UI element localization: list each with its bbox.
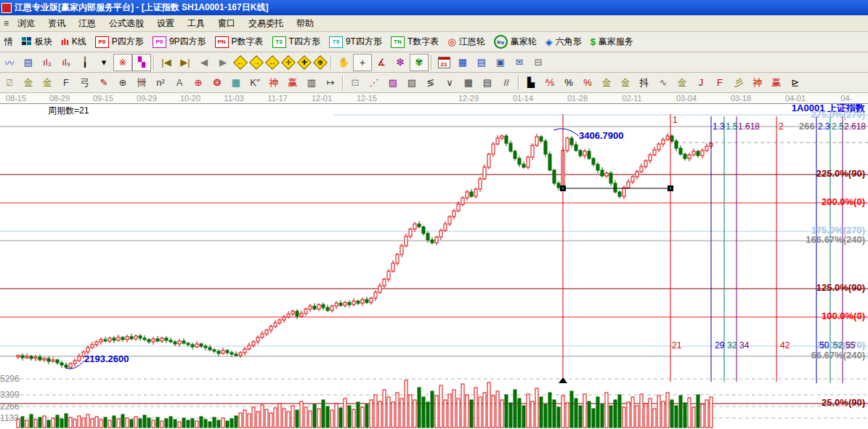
f-angle-icon[interactable]: F	[710, 74, 729, 92]
toolbar-item-kline[interactable]: ılıK线	[57, 33, 91, 50]
k-quote-icon[interactable]: K″	[246, 74, 264, 92]
print-icon[interactable]: ⊟	[529, 54, 548, 71]
gold-fan-icon[interactable]: 彡	[729, 74, 748, 92]
pen-icon[interactable]: ✎	[94, 74, 113, 92]
trend-lines-icon[interactable]: ≶	[421, 74, 440, 92]
dense-grid-icon[interactable]: ▦	[459, 74, 478, 92]
hand-drag-icon[interactable]: ✋	[334, 54, 353, 71]
compass-circle-icon[interactable]: ⊕	[113, 74, 132, 92]
toolbar-separator	[518, 76, 519, 90]
menu-item-partial[interactable]: ≡	[1, 17, 11, 30]
menu-item-9[interactable]: 帮助	[290, 16, 320, 31]
prev-icon[interactable]: ◀	[195, 54, 214, 71]
toolbar-item-gann-wheel[interactable]: ◎江恩轮	[443, 33, 489, 50]
percent-stat-icon[interactable]: ▙	[522, 74, 540, 92]
notes-icon[interactable]: ▤	[472, 54, 491, 71]
pattern-icon[interactable]: ※	[113, 54, 132, 71]
toolbar-item-p-number-table[interactable]: PNP数字表	[211, 33, 268, 50]
wave-line-icon[interactable]: ∿	[654, 74, 673, 92]
ruler-123-icon[interactable]: ▥	[302, 74, 321, 92]
ratio-label-2: 2	[779, 121, 784, 132]
market-wave-icon[interactable]: 〰	[0, 54, 19, 71]
red-target-icon[interactable]: ⊕	[189, 74, 208, 92]
gold-angle-icon[interactable]: 金	[673, 74, 691, 92]
angle-a-icon[interactable]: A	[170, 74, 189, 92]
toolbar-item-9t-square[interactable]: T99T四方形	[325, 33, 386, 50]
toolbar-item-winner-wheel[interactable]: Big赢家轮	[490, 33, 541, 51]
wave-check-icon[interactable]: ∨	[440, 74, 459, 92]
toolbar-item-t-number-table[interactable]: TNT数字表	[386, 33, 443, 50]
percent-line-icon[interactable]: %	[578, 74, 597, 92]
volume-profile-icon[interactable]: ▚	[132, 54, 151, 71]
candle-type-icon[interactable]: ╽	[76, 54, 94, 71]
export-icon[interactable]: ✉	[510, 54, 529, 71]
toolbar-item-sectors[interactable]: 板块	[17, 33, 57, 50]
slash-lines-icon[interactable]: //	[497, 74, 516, 92]
shen-angle-icon[interactable]: 神	[748, 74, 767, 92]
spiral-icon[interactable]: 弓	[76, 74, 94, 92]
fan-box-icon[interactable]: ▨	[384, 74, 402, 92]
teal-grid-icon[interactable]: ▦	[227, 74, 246, 92]
gold-square-icon[interactable]: 金	[19, 74, 38, 92]
f-tool-icon[interactable]: F	[57, 74, 76, 92]
pattern-search-icon[interactable]: ✾	[410, 54, 429, 71]
gann-purple-tool-icon[interactable]: ❇	[391, 54, 410, 71]
menu-item-4[interactable]: 公式选股	[102, 16, 150, 31]
star-grid-icon[interactable]: ❂	[208, 74, 227, 92]
menu-item-5[interactable]: 设置	[150, 16, 181, 31]
gold-square2-icon[interactable]: 金	[38, 74, 57, 92]
angle-measure-icon[interactable]: ∡	[372, 54, 391, 71]
save-icon[interactable]: ▣	[491, 54, 510, 71]
menu-item-8[interactable]: 交易委托	[242, 16, 290, 31]
next-icon[interactable]: ▶	[214, 54, 232, 71]
crosshair-icon[interactable]: ＋	[353, 54, 372, 71]
ying-tool-icon[interactable]: 赢	[283, 74, 302, 92]
menu-item-3[interactable]: 江恩	[72, 16, 102, 31]
expand-horizontal-icon[interactable]: ↔	[264, 55, 280, 71]
gold-circle-icon[interactable]: 金	[597, 74, 616, 92]
candle-dropdown-icon[interactable]: ▾	[94, 54, 113, 71]
title-bar[interactable]: 江恩专业版[赢家内部服务平台] - [上证指数 SH1A0001-167日K线]	[0, 0, 868, 15]
fit-screen-icon[interactable]: ⊕	[312, 55, 328, 71]
toolbar-item-quote-clipped[interactable]: 情	[0, 33, 17, 50]
menu-item-6[interactable]: 工具	[181, 16, 211, 31]
toolbar-item-hexagon[interactable]: ◈六角形	[541, 33, 586, 50]
menu-item-7[interactable]: 窗口	[211, 16, 242, 31]
last-page-icon[interactable]: ▶|	[176, 54, 195, 71]
fan-box2-icon[interactable]: ▧	[402, 74, 421, 92]
toolbar-item-9p-square[interactable]: P99P四方形	[148, 33, 211, 50]
shift-right-icon[interactable]: →	[248, 55, 264, 71]
brush-icon[interactable]: 抖	[635, 74, 654, 92]
peak-price-label: 3406.7900	[579, 131, 623, 141]
toolbar-item-winner-service[interactable]: $赢家服务	[586, 33, 638, 50]
red-fan-icon[interactable]: ⋰	[365, 74, 384, 92]
percent-icon[interactable]: %	[559, 74, 578, 92]
menu-item-1[interactable]: 浏览	[11, 16, 41, 31]
compress-icon[interactable]: ✛	[280, 55, 296, 71]
pi-angle-icon[interactable]: ⊵	[786, 74, 805, 92]
expand-all-icon[interactable]: ✚	[296, 55, 312, 71]
calculator-icon[interactable]: ▦	[453, 54, 472, 71]
info-doc-icon[interactable]: ▤	[19, 54, 38, 71]
gold-line-icon[interactable]: 金	[616, 74, 635, 92]
k3-chart-icon[interactable]: ıl₃	[38, 54, 57, 71]
frame-tool-icon[interactable]: ⊡	[346, 74, 365, 92]
first-page-icon[interactable]: |◀	[157, 54, 176, 71]
calendar-21-icon[interactable]: 21	[434, 54, 453, 71]
j-angle-icon[interactable]: J	[691, 74, 710, 92]
gann-box-icon[interactable]: ⍁	[0, 74, 19, 92]
toolbar-item-t-square[interactable]: T3T四方形	[268, 33, 325, 50]
k9-chart-icon[interactable]: ıl₉	[57, 54, 76, 71]
shen-tool-icon[interactable]: 神	[264, 74, 283, 92]
toolbar-item-p-square[interactable]: P8P四方形	[91, 33, 148, 50]
chart-canvas[interactable]	[0, 104, 868, 429]
percent-red-icon[interactable]: ⅍	[540, 74, 559, 92]
n-square-icon[interactable]: n²	[151, 74, 170, 92]
numbered-grid-icon[interactable]: ▤	[478, 74, 497, 92]
menu-item-2[interactable]: 资讯	[41, 16, 72, 31]
tally-lines-icon[interactable]: 卌	[132, 74, 151, 92]
shift-left-icon[interactable]: ←	[232, 55, 248, 71]
span-arrow-icon[interactable]: ↦	[321, 74, 340, 92]
chart-area[interactable]: 周期数=211A0001 上证指数275.0%(270)266225.0%(90…	[0, 104, 868, 429]
ying-angle-icon[interactable]: 赢	[767, 74, 786, 92]
